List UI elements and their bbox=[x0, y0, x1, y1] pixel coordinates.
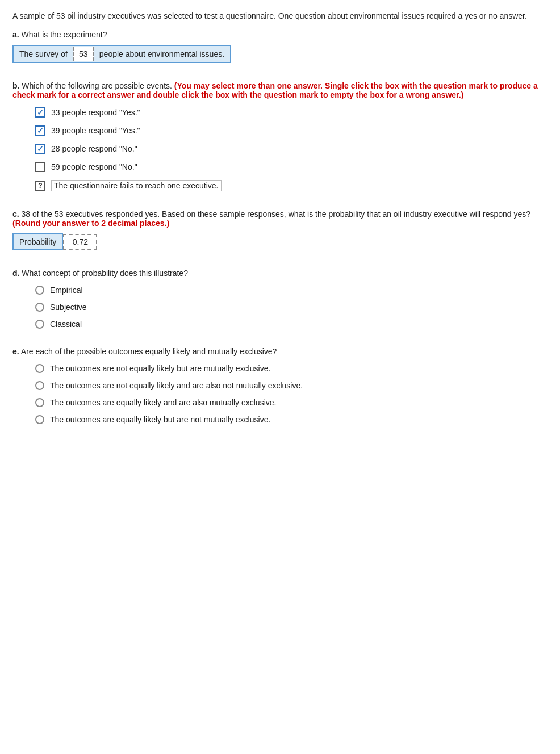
part-b-question-line: b. Which of the following are possible e… bbox=[12, 81, 548, 99]
radio-label-d1: Empirical bbox=[50, 286, 83, 295]
option-label-3: 28 people respond "No." bbox=[51, 144, 137, 153]
part-d-option-3[interactable]: Classical bbox=[35, 320, 548, 329]
radio-e3[interactable] bbox=[35, 398, 44, 407]
checkbox-5[interactable] bbox=[35, 181, 45, 191]
option-label-5: The questionnaire fails to reach one exe… bbox=[51, 180, 222, 191]
probability-value[interactable]: 0.72 bbox=[63, 234, 97, 250]
part-e-option-2[interactable]: The outcomes are not equally likely and … bbox=[35, 381, 548, 390]
part-a-label: a. bbox=[12, 30, 19, 39]
part-b-option-5[interactable]: The questionnaire fails to reach one exe… bbox=[35, 180, 548, 191]
part-b-block: b. Which of the following are possible e… bbox=[12, 81, 548, 191]
radio-e1[interactable] bbox=[35, 364, 44, 373]
radio-e2[interactable] bbox=[35, 381, 44, 390]
radio-label-e3: The outcomes are equally likely and are … bbox=[50, 398, 276, 407]
part-c-prob-row: Probability 0.72 bbox=[12, 233, 548, 250]
fill-in-text: people about environmental issues. bbox=[94, 46, 230, 62]
option-label-2: 39 people respond "Yes." bbox=[51, 126, 140, 135]
part-e-radio-list: The outcomes are not equally likely but … bbox=[35, 364, 548, 424]
radio-label-d3: Classical bbox=[50, 320, 82, 329]
part-b-option-2[interactable]: 39 people respond "Yes." bbox=[35, 125, 548, 136]
part-c-question-text: 38 of the 53 executives responded yes. B… bbox=[22, 210, 531, 219]
fill-in-number[interactable]: 53 bbox=[73, 47, 94, 61]
part-e-option-3[interactable]: The outcomes are equally likely and are … bbox=[35, 398, 548, 407]
intro-text: A sample of 53 oil industry executives w… bbox=[12, 10, 548, 22]
part-e-label: e. bbox=[12, 347, 19, 356]
part-d-label: d. bbox=[12, 269, 19, 278]
part-d-option-1[interactable]: Empirical bbox=[35, 286, 548, 295]
part-e-question-text: Are each of the possible outcomes equall… bbox=[21, 347, 277, 356]
part-a-question: a. What is the experiment? bbox=[12, 30, 548, 39]
checkbox-3[interactable] bbox=[35, 144, 45, 154]
part-a-fill-in-row: The survey of 53 people about environmen… bbox=[12, 45, 231, 63]
radio-label-e4: The outcomes are equally likely but are … bbox=[50, 415, 270, 424]
radio-label-e2: The outcomes are not equally likely and … bbox=[50, 381, 303, 390]
radio-label-e1: The outcomes are not equally likely but … bbox=[50, 364, 270, 373]
part-e-block: e. Are each of the possible outcomes equ… bbox=[12, 347, 548, 424]
checkbox-4[interactable] bbox=[35, 162, 45, 172]
part-b-option-3[interactable]: 28 people respond "No." bbox=[35, 144, 548, 154]
part-b-question-text: Which of the following are possible even… bbox=[22, 81, 172, 90]
checkbox-2[interactable] bbox=[35, 125, 45, 136]
option-label-4: 59 people respond "No." bbox=[51, 162, 137, 171]
part-c-block: c. 38 of the 53 executives responded yes… bbox=[12, 210, 548, 250]
part-e-option-4[interactable]: The outcomes are equally likely but are … bbox=[35, 415, 548, 424]
radio-d3[interactable] bbox=[35, 320, 44, 329]
part-b-options-list: 33 people respond "Yes." 39 people respo… bbox=[35, 107, 548, 191]
part-c-label: c. bbox=[12, 210, 19, 219]
radio-e4[interactable] bbox=[35, 415, 44, 424]
part-a-block: a. What is the experiment? The survey of… bbox=[12, 30, 548, 63]
part-e-question-line: e. Are each of the possible outcomes equ… bbox=[12, 347, 548, 356]
part-b-option-1[interactable]: 33 people respond "Yes." bbox=[35, 107, 548, 118]
probability-label: Probability bbox=[12, 233, 63, 250]
radio-d1[interactable] bbox=[35, 286, 44, 295]
radio-d2[interactable] bbox=[35, 303, 44, 312]
checkbox-1[interactable] bbox=[35, 107, 45, 118]
part-d-block: d. What concept of probability does this… bbox=[12, 269, 548, 329]
part-d-radio-list: Empirical Subjective Classical bbox=[35, 286, 548, 329]
part-e-option-1[interactable]: The outcomes are not equally likely but … bbox=[35, 364, 548, 373]
part-d-question-line: d. What concept of probability does this… bbox=[12, 269, 548, 278]
part-d-question-text: What concept of probability does this il… bbox=[22, 269, 188, 278]
part-b-option-4[interactable]: 59 people respond "No." bbox=[35, 162, 548, 172]
part-a-question-text: What is the experiment? bbox=[22, 30, 107, 39]
part-d-option-2[interactable]: Subjective bbox=[35, 303, 548, 312]
part-c-instruction: (Round your answer to 2 decimal places.) bbox=[12, 219, 169, 228]
radio-label-d2: Subjective bbox=[50, 303, 87, 312]
fill-in-label: The survey of bbox=[14, 46, 73, 62]
part-c-question-line: c. 38 of the 53 executives responded yes… bbox=[12, 210, 548, 228]
option-label-1: 33 people respond "Yes." bbox=[51, 108, 140, 117]
part-b-label: b. bbox=[12, 81, 19, 90]
